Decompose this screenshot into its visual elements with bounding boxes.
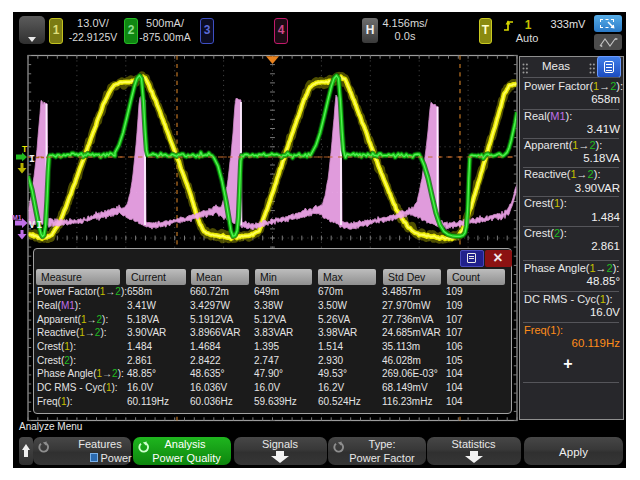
svg-text:M1: M1 xyxy=(12,214,22,221)
svg-text:I: I xyxy=(29,154,35,165)
svg-text:VI: VI xyxy=(29,220,44,231)
svg-text:T: T xyxy=(22,144,28,154)
